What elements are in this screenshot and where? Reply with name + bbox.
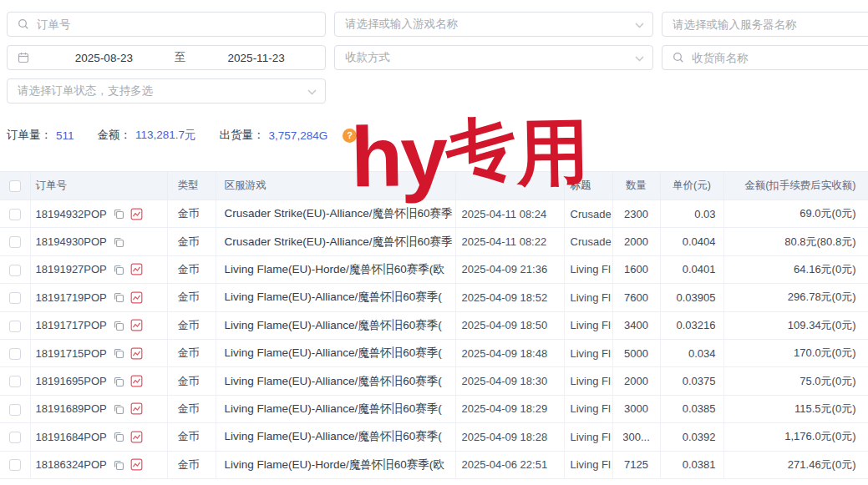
type-cell: 金币 [167, 339, 216, 366]
time-cell: 2025-04-06 22:51 [455, 451, 564, 478]
order-number-input-wrap [7, 12, 326, 37]
table-row: 18194932POP 金币 Crusader Strike(EU)-Allia… [0, 200, 868, 228]
order-no-text: 18191927POP [36, 263, 107, 275]
amount-cell: 109.34元(0元) [723, 311, 868, 339]
merchant-input-wrap [662, 45, 868, 70]
copy-icon[interactable] [113, 264, 124, 275]
qty-cell: 7125 [612, 451, 660, 478]
row-checkbox[interactable] [9, 348, 21, 360]
qty-cell: 3400 [612, 311, 660, 339]
row-checkbox[interactable] [9, 292, 21, 304]
order-no-text: 18186324POP [36, 458, 107, 471]
col-header-price: 单价(元) [660, 172, 723, 200]
row-checkbox-cell [0, 284, 30, 311]
order-count-value: 511 [56, 129, 74, 142]
title-cell: Living Fl [564, 284, 612, 311]
row-checkbox[interactable] [9, 321, 21, 332]
copy-icon[interactable] [113, 459, 124, 471]
game-cell: Living Flame(EU)-Alliance/魔兽怀旧60赛季( [216, 311, 455, 339]
qty-cell: 2000 [612, 367, 660, 395]
price-cell: 0.0401 [660, 255, 723, 283]
row-checkbox[interactable] [9, 236, 21, 248]
order-status-select[interactable]: 请选择订单状态，支持多选 [7, 78, 326, 104]
copy-icon[interactable] [113, 320, 124, 331]
title-cell: Crusade [564, 228, 612, 255]
price-cell: 0.03905 [660, 284, 723, 311]
summary-stats-bar: 订单量： 511 金额： 113,281.7元 出货量： 3,757,284G … [7, 127, 357, 144]
row-checkbox[interactable] [9, 209, 21, 220]
calendar-icon [18, 52, 29, 63]
select-all-checkbox[interactable] [9, 180, 21, 192]
title-cell: Living Fl [564, 255, 612, 283]
order-count-label: 订单量： [7, 128, 52, 143]
col-header-time [455, 172, 564, 200]
row-checkbox[interactable] [9, 432, 21, 443]
game-cell: Living Flame(EU)-Horde/魔兽怀旧60赛季(欧 [216, 255, 455, 283]
table-row: 18191684POP 金币 Living Flame(EU)-Alliance… [0, 423, 868, 451]
order-no-text: 18191717POP [36, 319, 107, 331]
copy-icon[interactable] [113, 431, 124, 442]
order-no-text: 18194930POP [36, 235, 107, 248]
type-cell: 金币 [167, 367, 216, 395]
order-count-stat: 订单量： 511 [7, 128, 74, 143]
image-icon[interactable] [130, 402, 143, 415]
date-range-picker[interactable]: 2025-08-23 至 2025-11-23 [7, 45, 326, 70]
status-select-placeholder: 请选择订单状态，支持多选 [8, 83, 325, 99]
image-icon[interactable] [130, 347, 143, 360]
table-row: 18191689POP 金币 Living Flame(EU)-Alliance… [0, 395, 868, 422]
amount-cell: 1,176.0元(0元) [723, 423, 868, 451]
order-number-input[interactable] [35, 18, 325, 32]
order-no-text: 18191695POP [36, 375, 107, 387]
date-end-value[interactable]: 2025-11-23 [187, 52, 325, 64]
game-select[interactable]: 请选择或输入游戏名称 [334, 12, 653, 37]
row-checkbox[interactable] [9, 376, 21, 387]
row-checkbox-cell [0, 311, 30, 339]
row-checkbox[interactable] [9, 404, 21, 416]
table-row: 18191717POP 金币 Living Flame(EU)-Alliance… [0, 311, 868, 339]
merchant-input[interactable] [690, 51, 868, 65]
title-cell: Living Fl [564, 311, 612, 339]
col-header-game: 区服游戏 [216, 172, 455, 200]
image-icon[interactable] [130, 319, 143, 331]
type-cell: 金币 [167, 255, 216, 283]
row-checkbox[interactable] [9, 459, 21, 471]
image-icon[interactable] [130, 208, 143, 220]
table-header-row: 订单号 类型 区服游戏 标题 数量 单价(元) 金额(扣手续费后实收额) [0, 172, 868, 200]
table-body: 18194932POP 金币 Crusader Strike(EU)-Allia… [0, 200, 868, 479]
date-start-value[interactable]: 2025-08-23 [35, 52, 173, 64]
copy-icon[interactable] [113, 403, 124, 415]
table-row: 18191927POP 金币 Living Flame(EU)-Horde/魔兽… [0, 255, 868, 283]
copy-icon[interactable] [113, 236, 124, 248]
row-checkbox[interactable] [9, 265, 21, 276]
title-cell: Living Fl [564, 339, 612, 366]
amount-cell: 115.5元(0元) [723, 395, 868, 422]
copy-icon[interactable] [113, 347, 124, 359]
game-cell: Living Flame(EU)-Alliance/魔兽怀旧60赛季( [216, 284, 455, 311]
image-icon[interactable] [130, 431, 143, 443]
price-cell: 0.03 [660, 200, 723, 228]
qty-cell: 5000 [612, 339, 660, 366]
time-cell: 2025-04-09 18:29 [455, 395, 564, 422]
order-no-cell: 18191684POP [30, 423, 167, 451]
title-cell: Living Fl [564, 451, 612, 478]
title-cell: Living Fl [564, 423, 612, 451]
row-checkbox-cell [0, 339, 30, 366]
image-icon[interactable] [130, 263, 143, 275]
payment-method-select[interactable]: 收款方式 [334, 45, 653, 70]
copy-icon[interactable] [113, 291, 124, 303]
server-input[interactable] [662, 18, 868, 32]
table-row: 18191715POP 金币 Living Flame(EU)-Alliance… [0, 339, 868, 366]
question-mark-icon[interactable]: ? [343, 129, 357, 143]
table-row: 18191695POP 金币 Living Flame(EU)-Alliance… [0, 367, 868, 395]
image-icon[interactable] [130, 375, 143, 387]
type-cell: 金币 [167, 200, 216, 228]
game-cell: Living Flame(EU)-Horde/魔兽怀旧60赛季(欧 [216, 451, 455, 478]
price-cell: 0.03216 [660, 311, 723, 339]
copy-icon[interactable] [113, 208, 124, 220]
price-cell: 0.0404 [660, 228, 723, 255]
time-cell: 2025-04-09 18:28 [455, 423, 564, 451]
col-header-amount: 金额(扣手续费后实收额) [723, 172, 868, 200]
image-icon[interactable] [130, 458, 143, 471]
image-icon[interactable] [130, 291, 143, 304]
copy-icon[interactable] [113, 376, 124, 387]
